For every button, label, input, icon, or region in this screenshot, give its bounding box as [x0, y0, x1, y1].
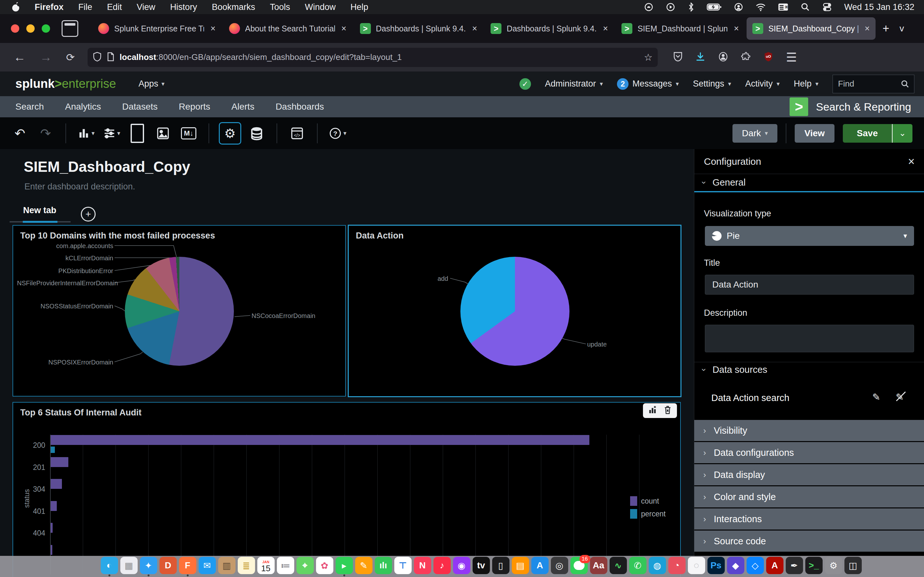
dock-app-5-icon[interactable]: ◆ [727, 557, 744, 574]
close-tab-icon[interactable]: × [603, 24, 608, 34]
close-tab-icon[interactable]: × [472, 24, 477, 34]
keyboard-switcher-icon[interactable]: ⌘ [778, 2, 788, 12]
dock-calendar-icon[interactable]: JAN15 [257, 557, 275, 574]
dock-terminal-icon[interactable]: >_ [805, 557, 822, 574]
help-circle-icon[interactable]: ?▾ [327, 123, 348, 143]
menubar-item-help[interactable]: Help [351, 2, 368, 12]
section-visibility[interactable]: ›Visibility [694, 420, 924, 441]
menubar-item-bookmarks[interactable]: Bookmarks [212, 2, 255, 12]
dock-keynote-icon[interactable]: ⊤ [394, 557, 412, 574]
firefox-view-icon[interactable] [61, 20, 78, 37]
tab-dashboards-1[interactable]: > Dashboards | Splunk 9.4.0 × [354, 17, 483, 40]
dock-iphone-mirroring-icon[interactable]: ▯ [492, 557, 509, 574]
reload-button[interactable]: ⟳ [66, 51, 75, 63]
menubar-item-window[interactable]: Window [305, 2, 336, 12]
add-dashboard-tab-button[interactable]: + [81, 207, 95, 221]
nav-reports[interactable]: Reports [179, 102, 210, 112]
dock-pages-icon[interactable]: ✎ [355, 557, 373, 574]
nav-analytics[interactable]: Analytics [65, 102, 101, 112]
save-button[interactable]: Save [843, 124, 893, 143]
activity-menu[interactable]: Activity▾ [745, 79, 780, 89]
close-window-button[interactable] [11, 24, 19, 33]
nav-search[interactable]: Search [15, 102, 44, 112]
dock-tv-icon[interactable]: tv [473, 557, 490, 574]
dock-news-icon[interactable]: N [414, 557, 431, 574]
menubar-item-file[interactable]: File [78, 2, 92, 12]
tracking-shield-icon[interactable] [93, 52, 102, 63]
dock-app-4-icon[interactable]: ◌ [688, 557, 705, 574]
dock-app-store-icon[interactable]: A [531, 557, 549, 574]
move-to-dashboard-icon[interactable] [648, 405, 658, 416]
dock-dictionary-icon[interactable]: Aa [590, 557, 607, 574]
bar-percent-200[interactable] [50, 446, 55, 453]
battery-icon[interactable] [707, 2, 722, 12]
section-data-display[interactable]: ›Data display [694, 464, 924, 485]
splunk-logo[interactable]: splunk>enterprise [0, 77, 116, 91]
maximize-window-button[interactable] [42, 24, 50, 33]
dock-photoshop-icon[interactable]: Ps [708, 557, 725, 574]
dock-utility-icon[interactable]: ◎ [551, 557, 568, 574]
administrator-menu[interactable]: Administrator▾ [545, 79, 603, 89]
dock-messages-icon[interactable]: 16 [570, 557, 588, 574]
help-menu[interactable]: Help▾ [794, 79, 819, 89]
user-status-icon[interactable] [734, 2, 743, 12]
app-brand[interactable]: > Search & Reporting [790, 97, 924, 116]
apple-menu-icon[interactable] [11, 2, 20, 12]
dock-safari-icon[interactable]: ✦ [140, 557, 157, 574]
dock-activity-monitor-icon[interactable]: ∿ [610, 557, 627, 574]
undo-icon[interactable]: ↶ [10, 123, 30, 143]
nav-dashboards[interactable]: Dashboards [276, 102, 324, 112]
menubar-item-edit[interactable]: Edit [107, 2, 122, 12]
health-check-icon[interactable]: ✓ [519, 78, 531, 90]
tab-splunk-free-trial[interactable]: Splunk Enterprise Free Tria × [92, 17, 221, 40]
play-status-icon[interactable] [666, 2, 675, 12]
dock-podcasts-icon[interactable]: ◉ [453, 557, 470, 574]
dock-final-cut-icon[interactable]: ◫ [845, 557, 862, 574]
unlink-search-icon[interactable]: ✎ [896, 392, 904, 403]
add-shape-icon[interactable] [127, 123, 148, 143]
minimize-window-button[interactable] [26, 24, 35, 33]
page-info-icon[interactable] [107, 52, 115, 63]
close-tab-icon[interactable]: × [865, 24, 870, 34]
source-editor-icon[interactable]: </> [287, 123, 307, 143]
nav-alerts[interactable]: Alerts [231, 102, 254, 112]
spotlight-search-icon[interactable] [800, 2, 810, 12]
new-tab-button[interactable]: + [883, 22, 889, 35]
panel-top6-status[interactable]: Top 6 Status Of Internal Audit status 20… [13, 402, 681, 577]
find-search-box[interactable] [833, 75, 914, 93]
dock-contacts-icon[interactable]: ▥ [218, 557, 236, 574]
bar-count-401[interactable] [50, 501, 57, 511]
dock-launchpad-icon[interactable]: ▦ [120, 557, 137, 574]
dock-duckduckgo-icon[interactable]: D [160, 557, 177, 574]
tab-siem-dashboard-copy-active[interactable]: > SIEM_Dashboard_Copy | S × [746, 17, 876, 40]
apps-menu[interactable]: Apps▾ [139, 79, 165, 89]
menubar-item-tools[interactable]: Tools [270, 2, 290, 12]
bar-count-200[interactable] [50, 435, 590, 445]
dock-books-icon[interactable]: ▤ [512, 557, 529, 574]
dock-acrobat-icon[interactable]: A [766, 557, 783, 574]
menubar-item-history[interactable]: History [170, 2, 197, 12]
dock-firefox-icon[interactable]: F [179, 557, 196, 574]
dock-facetime-icon[interactable]: ▸ [336, 557, 353, 574]
menubar-clock[interactable]: Wed 15 Jan 16:32 [844, 2, 914, 12]
dock-app-3-icon[interactable]: ◔ [668, 557, 686, 574]
section-data-configurations[interactable]: ›Data configurations [694, 442, 924, 463]
add-image-icon[interactable] [153, 123, 173, 143]
pie-chart-data-action[interactable] [460, 257, 569, 366]
save-options-chevron[interactable]: ⌄ [893, 124, 913, 143]
nav-datasets[interactable]: Datasets [122, 102, 158, 112]
bluetooth-icon[interactable] [688, 2, 695, 12]
add-input-icon[interactable]: ▾ [102, 123, 122, 143]
add-chart-icon[interactable]: ▾ [76, 123, 96, 143]
section-data-sources[interactable]: › Data sources [703, 364, 767, 375]
close-tab-icon[interactable]: × [734, 24, 739, 34]
account-icon[interactable] [718, 52, 728, 63]
downloads-icon[interactable] [696, 52, 705, 63]
bookmark-star-icon[interactable]: ☆ [644, 52, 653, 63]
dock-reminders-icon[interactable]: ≔ [277, 557, 294, 574]
dock-finder-icon[interactable]: ◐ [101, 557, 118, 574]
control-center-icon[interactable] [822, 2, 832, 12]
list-tabs-chevron[interactable]: v [900, 23, 904, 34]
dock-maps-icon[interactable]: ⌖ [296, 557, 314, 574]
find-input[interactable] [837, 79, 901, 89]
